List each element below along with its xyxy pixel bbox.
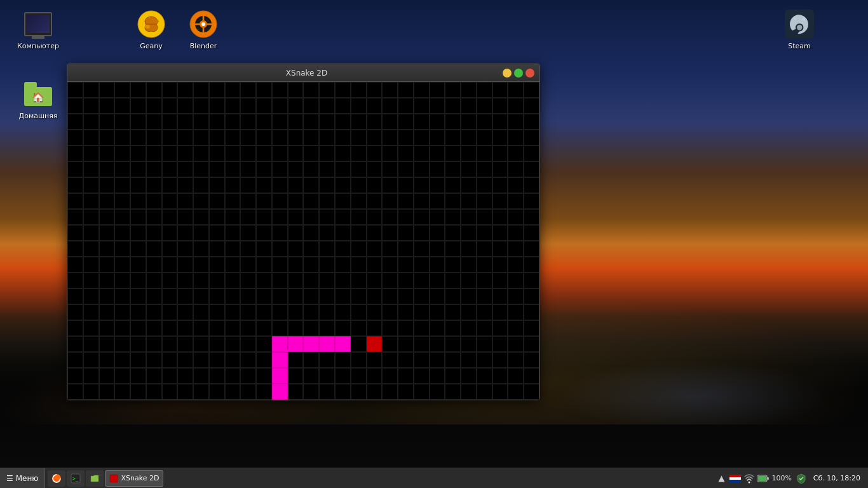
grid-cell xyxy=(209,82,225,98)
grid-cell xyxy=(303,161,319,177)
grid-cell xyxy=(225,82,241,98)
grid-cell xyxy=(492,225,508,241)
desktop-icon-computer[interactable]: Компьютер xyxy=(13,6,64,53)
grid-cell xyxy=(193,82,209,98)
terminal-icon: >_ xyxy=(71,473,81,484)
grid-cell xyxy=(398,161,414,177)
grid-cell xyxy=(67,384,83,400)
grid-cell xyxy=(193,384,209,400)
desktop-icon-steam[interactable]: Steam xyxy=(774,6,825,53)
grid-cell xyxy=(367,336,383,352)
grid-cell xyxy=(177,177,193,193)
taskbar-app-files[interactable] xyxy=(86,470,104,487)
grid-cell xyxy=(146,146,162,161)
grid-cell xyxy=(508,161,524,177)
grid-cell xyxy=(99,209,115,225)
desktop-icon-home[interactable]: 🏠 Домашняя xyxy=(13,76,64,123)
grid-cell xyxy=(351,336,367,352)
grid-cell xyxy=(319,98,335,114)
grid-cell xyxy=(524,177,539,193)
tray-wifi-icon[interactable] xyxy=(743,473,755,484)
taskbar-app-firefox[interactable] xyxy=(48,470,65,487)
grid-cell xyxy=(67,288,83,304)
grid-cell xyxy=(272,320,288,336)
taskbar-app-terminal[interactable]: >_ xyxy=(67,470,85,487)
grid-cell xyxy=(193,146,209,161)
grid-cell xyxy=(114,384,130,400)
grid-cell xyxy=(319,368,335,384)
grid-cell xyxy=(67,336,83,352)
window-titlebar[interactable]: XSnake 2D − + × xyxy=(67,64,539,82)
grid-cell xyxy=(367,288,383,304)
taskbar-menu-button[interactable]: ☰ Меню xyxy=(0,468,45,488)
grid-cell xyxy=(177,130,193,146)
grid-cell xyxy=(240,146,256,161)
grid-cell xyxy=(225,336,241,352)
grid-cell xyxy=(225,368,241,384)
grid-cell xyxy=(414,352,430,368)
tray-battery-icon[interactable] xyxy=(757,473,769,484)
window-minimize-button[interactable]: − xyxy=(503,69,512,78)
grid-cell xyxy=(398,288,414,304)
grid-cell xyxy=(99,98,115,114)
grid-cell xyxy=(130,384,146,400)
grid-cell xyxy=(130,320,146,336)
grid-cell xyxy=(130,209,146,225)
grid-cell xyxy=(209,177,225,193)
window-close-button[interactable]: × xyxy=(526,69,534,78)
grid-cell xyxy=(367,257,383,273)
grid-cell xyxy=(67,225,83,241)
svg-rect-18 xyxy=(110,475,118,482)
grid-cell xyxy=(67,114,83,130)
grid-cell xyxy=(508,130,524,146)
grid-cell xyxy=(240,241,256,257)
grid-cell xyxy=(461,257,477,273)
grid-cell xyxy=(225,320,241,336)
grid-cell xyxy=(193,161,209,177)
window-maximize-button[interactable]: + xyxy=(514,69,523,78)
grid-cell xyxy=(256,368,272,384)
tray-security-icon[interactable] xyxy=(796,473,807,484)
grid-cell xyxy=(319,336,335,352)
grid-cell xyxy=(477,336,492,352)
taskbar-app-xsnake[interactable]: XSnake 2D xyxy=(105,470,163,487)
grid-cell xyxy=(492,336,508,352)
desktop-icon-blender[interactable]: Blender xyxy=(178,6,229,53)
grid-cell xyxy=(256,241,272,257)
tray-show-hidden-icon[interactable]: ▲ xyxy=(715,473,727,484)
grid-cell xyxy=(209,130,225,146)
grid-cell xyxy=(240,368,256,384)
grid-cell xyxy=(319,82,335,98)
grid-cell xyxy=(288,82,304,98)
grid-cell xyxy=(398,320,414,336)
grid-cell xyxy=(256,193,272,209)
grid-cell xyxy=(508,98,524,114)
grid-cell xyxy=(492,98,508,114)
grid-cell xyxy=(256,273,272,288)
grid-cell xyxy=(193,257,209,273)
grid-cell xyxy=(414,177,430,193)
grid-cell xyxy=(272,273,288,288)
grid-cell xyxy=(508,257,524,273)
grid-cell xyxy=(445,114,461,130)
grid-cell xyxy=(146,273,162,288)
grid-cell xyxy=(256,257,272,273)
grid-cell xyxy=(492,130,508,146)
grid-cell xyxy=(146,384,162,400)
grid-cell xyxy=(492,82,508,98)
grid-cell xyxy=(398,241,414,257)
desktop-icon-geany[interactable]: Geany xyxy=(126,6,177,53)
grid-cell xyxy=(225,288,241,304)
grid-cell xyxy=(193,241,209,257)
home-icon-label: Домашняя xyxy=(19,112,58,120)
grid-cell xyxy=(335,177,351,193)
grid-cell xyxy=(146,257,162,273)
grid-cell xyxy=(177,273,193,288)
grid-cell xyxy=(477,352,492,368)
svg-point-13 xyxy=(802,17,806,21)
grid-cell xyxy=(130,130,146,146)
tray-language-icon[interactable] xyxy=(729,473,741,484)
grid-cell xyxy=(256,114,272,130)
grid-cell xyxy=(492,146,508,161)
grid-cell xyxy=(272,209,288,225)
